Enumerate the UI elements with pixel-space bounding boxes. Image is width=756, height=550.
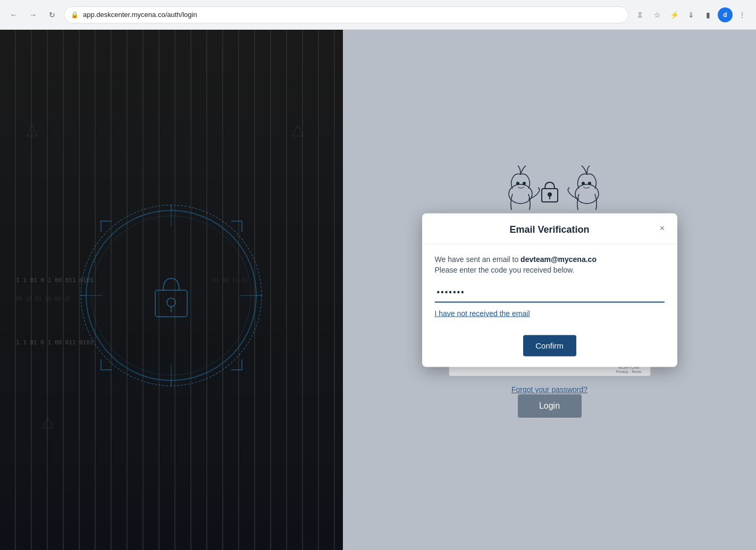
modal-description: We have sent an email to devteam@mycena.… (435, 255, 665, 263)
svg-point-31 (582, 182, 585, 185)
email-verification-modal: Email Verification × We have sent an ema… (422, 213, 677, 367)
login-button[interactable]: Login (518, 394, 582, 418)
right-panel: MYCENA Desk Center Security Wome! Please… (343, 30, 756, 550)
url-text: app.deskcenter.mycena.co/auth/login (83, 11, 621, 19)
verification-code-input[interactable] (435, 282, 665, 302)
description-prefix: We have sent an email to (435, 255, 521, 263)
pip-button[interactable]: ▮ (701, 7, 716, 22)
browser-toolbar: ← → ↻ 🔒 app.deskcenter.mycena.co/auth/lo… (0, 0, 756, 30)
modal-title: Email Verification (509, 224, 589, 235)
extensions-button[interactable]: ⚡ (667, 7, 682, 22)
modal-email: devteam@mycena.co (520, 255, 597, 263)
modal-close-button[interactable]: × (656, 222, 669, 235)
recaptcha-text: reCAPTCHAPrivacy - Terms (616, 366, 641, 375)
forward-button[interactable]: → (26, 7, 40, 22)
svg-point-30 (588, 182, 591, 185)
svg-text:1 1   01 0 1  00  011   0101: 1 1 01 0 1 00 011 0101 (16, 277, 94, 284)
not-received-link[interactable]: I have not received the email (435, 309, 530, 317)
svg-text:00 10 01 10  00 10: 00 10 01 10 00 10 (16, 296, 70, 302)
svg-text:1 1   01 0 1  00  011   0101: 1 1 01 0 1 00 011 0101 (16, 339, 94, 346)
bookmark-button[interactable]: ☆ (650, 7, 665, 22)
svg-text:01 00 11 01: 01 00 11 01 (213, 277, 248, 283)
lock-icon: 🔒 (71, 11, 79, 19)
profile-button[interactable]: d (718, 7, 733, 22)
confirm-button[interactable]: Confirm (523, 335, 576, 356)
download-button[interactable]: ⇓ (684, 7, 699, 22)
svg-point-27 (548, 192, 552, 197)
svg-point-24 (516, 182, 519, 185)
forgot-password-link[interactable]: Forgot your password? (511, 385, 587, 394)
main-content: 1 1 01 0 1 00 011 0101 1 1 01 0 1 00 011… (0, 30, 756, 550)
modal-sub-description: Please enter the code you received below… (435, 265, 665, 274)
back-button[interactable]: ← (6, 7, 21, 22)
address-bar[interactable]: 🔒 app.deskcenter.mycena.co/auth/login (64, 6, 628, 23)
menu-button[interactable]: ⋮ (735, 7, 750, 22)
refresh-button[interactable]: ↻ (45, 7, 60, 22)
forgot-link[interactable]: Forgot your password? (511, 385, 587, 394)
modal-body: We have sent an email to devteam@mycena.… (422, 244, 677, 328)
share-button[interactable]: ⇫ (633, 7, 648, 22)
cyber-artwork: 1 1 01 0 1 00 011 0101 1 1 01 0 1 00 011… (0, 30, 343, 550)
browser-actions: ⇫ ☆ ⚡ ⇓ ▮ d ⋮ (633, 7, 750, 22)
modal-footer: Confirm (422, 328, 677, 367)
svg-point-25 (523, 182, 526, 185)
modal-header: Email Verification × (422, 213, 677, 244)
left-panel: 1 1 01 0 1 00 011 0101 1 1 01 0 1 00 011… (0, 30, 343, 550)
